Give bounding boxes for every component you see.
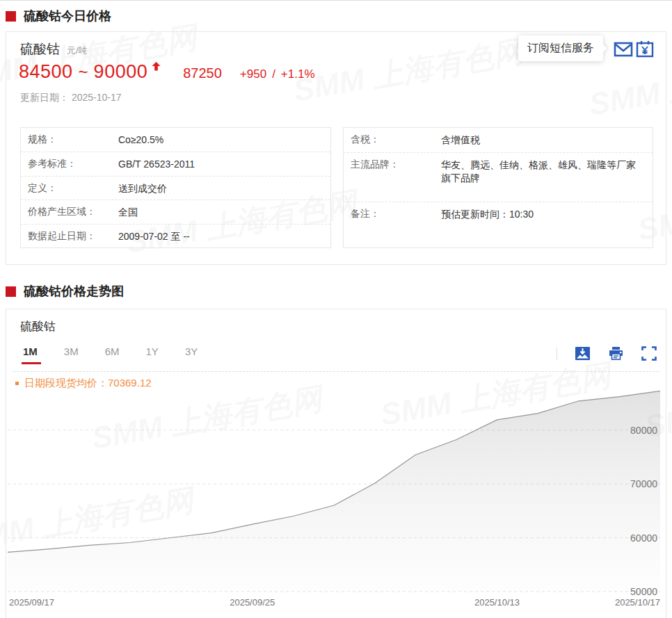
price-trend-chart[interactable]: 500006000070000800002025/09/172025/09/25… [8, 387, 662, 617]
spec-row: 规格： Co≥20.5% [21, 128, 330, 152]
svg-text:2025/09/25: 2025/09/25 [230, 597, 275, 608]
price-slash: / [272, 67, 275, 81]
tab-1m[interactable]: 1M [23, 345, 38, 364]
spec-row: 备注： 预估更新时间：10:30 [344, 202, 653, 247]
chart-toolbar [557, 346, 657, 361]
price-low: 84500 [19, 61, 73, 83]
svg-text:60000: 60000 [630, 532, 657, 544]
section2-header: 硫酸钴价格走势图 [6, 283, 124, 300]
tab-6m[interactable]: 6M [105, 345, 120, 364]
price-up-arrow-icon [152, 61, 161, 74]
spec-label: 参考标准： [28, 158, 118, 170]
tab-3m[interactable]: 3M [64, 345, 79, 364]
spec-value: GB/T 26523-2011 [118, 158, 205, 171]
svg-text:70000: 70000 [630, 478, 657, 489]
page: SMM 上海有色网 SMM 上海有色网 SMM 上海有色网 SMM 上海有色网 … [0, 0, 672, 618]
update-date-label: 更新日期： [20, 92, 69, 103]
spec-table-left: 规格： Co≥20.5% 参考标准： GB/T 26523-2011 定义： 送… [20, 127, 331, 248]
price-high: 90000 [94, 61, 148, 83]
svg-text:50000: 50000 [630, 586, 657, 597]
product-name: 硫酸钴 [20, 40, 60, 58]
toolbar-divider [557, 348, 557, 360]
spec-row: 价格产生区域： 全国 [21, 200, 330, 225]
chart-card: 硫酸钴 1M 3M 6M 1Y 3Y [6, 309, 666, 618]
spec-row: 参考标准： GB/T 26523-2011 [21, 152, 330, 177]
update-date-row: 更新日期： 2025-10-17 [20, 92, 122, 104]
spec-value: 全国 [118, 206, 147, 219]
svg-text:2025/09/17: 2025/09/17 [9, 597, 54, 608]
svg-text:2025/10/13: 2025/10/13 [474, 597, 520, 608]
range-tabs: 1M 3M 6M 1Y 3Y [23, 345, 224, 364]
fullscreen-icon[interactable] [641, 346, 657, 361]
spec-label: 主流品牌： [351, 158, 441, 171]
product-row: 硫酸钴 元/吨 [20, 40, 88, 58]
legend-marker [15, 382, 19, 385]
spec-value: 含增值税 [441, 133, 490, 147]
update-date-value: 2025-10-17 [72, 92, 122, 103]
print-icon[interactable] [608, 346, 624, 361]
spec-table-right: 含税： 含增值税 主流品牌： 华友、腾远、佳纳、格派、雄风、瑞隆等厂家旗下品牌 … [343, 127, 653, 248]
spec-value: 华友、腾远、佳纳、格派、雄风、瑞隆等厂家旗下品牌 [441, 158, 653, 185]
tab-1y[interactable]: 1Y [146, 345, 159, 364]
spec-value: 2009-07-02 至 -- [118, 230, 200, 243]
spec-value: 送到成交价 [118, 182, 177, 195]
subscribe-sms-label[interactable]: 订阅短信服务 [518, 35, 603, 61]
spec-label: 备注： [351, 208, 441, 220]
product-unit: 元/吨 [67, 44, 88, 57]
price-row: 84500 ~ 90000 87250 +950 / +1.1% [19, 61, 315, 83]
save-image-icon[interactable] [575, 346, 591, 361]
section2-title: 硫酸钴价格走势图 [24, 283, 124, 300]
price-alert-icon[interactable] [635, 40, 655, 58]
spec-value: Co≥20.5% [118, 133, 173, 147]
svg-text:80000: 80000 [630, 425, 657, 436]
price-card: 硫酸钴 元/吨 订阅短信服务 84500 ~ 90000 [6, 31, 666, 265]
spec-row: 含税： 含增值税 [344, 128, 653, 153]
divider [13, 371, 659, 372]
spec-row: 数据起止日期： 2009-07-02 至 -- [21, 225, 330, 249]
section1-title: 硫酸钴今日价格 [24, 8, 111, 24]
tab-3y[interactable]: 3Y [185, 345, 198, 364]
price-change-pct: +1.1% [281, 67, 315, 81]
mail-subscribe-icon[interactable] [614, 40, 633, 58]
spec-label: 定义： [28, 182, 118, 195]
price-change: +950 [240, 67, 266, 81]
section1-header: 硫酸钴今日价格 [6, 8, 111, 24]
price-average: 87250 [183, 65, 222, 81]
red-square-bullet [6, 286, 16, 297]
subscribe-tooltip: 订阅短信服务 [518, 35, 603, 61]
spec-row: 主流品牌： 华友、腾远、佳纳、格派、雄风、瑞隆等厂家旗下品牌 [344, 153, 653, 202]
spec-label: 价格产生区域： [28, 206, 118, 218]
spec-label: 含税： [351, 133, 441, 146]
red-square-bullet [6, 11, 16, 22]
svg-text:2025/10/17: 2025/10/17 [615, 597, 660, 608]
chart-product-title: 硫酸钴 [20, 318, 56, 334]
spec-label: 规格： [28, 133, 118, 146]
price-tilde: ~ [79, 63, 88, 82]
spec-value: 预估更新时间：10:30 [441, 208, 543, 221]
spec-label: 数据起止日期： [28, 230, 118, 243]
spec-row: 定义： 送到成交价 [21, 177, 330, 201]
